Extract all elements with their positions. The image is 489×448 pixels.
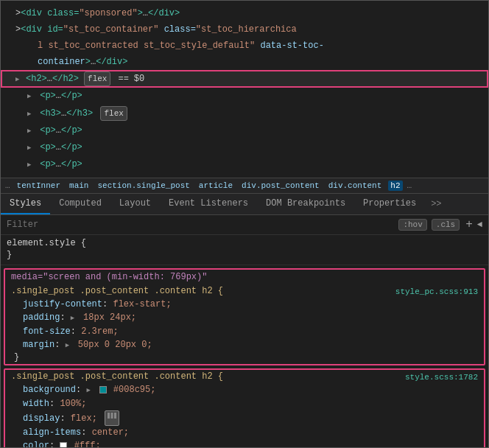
expand-margin-icon[interactable] <box>66 339 73 352</box>
dom-line: <h3>…</h3> flex <box>1 105 488 122</box>
tab-layout[interactable]: Layout <box>110 194 160 214</box>
dom-line: <p>…</p> <box>1 122 488 139</box>
styles-panel: element.style { } media="screen and (min… <box>1 235 488 447</box>
prop-display: display: flex; <box>11 410 478 426</box>
hov-button[interactable]: :hov <box>398 219 426 231</box>
breadcrumb-bar: … tentInner main section.single_post art… <box>1 178 488 194</box>
svg-rect-1 <box>111 413 113 419</box>
expand-bg-icon[interactable] <box>86 384 94 397</box>
breadcrumb-end-ellipsis: … <box>407 181 412 190</box>
dom-line: <p>…</p> <box>1 88 488 105</box>
tab-event-listeners[interactable]: Event Listeners <box>160 194 257 214</box>
h3-flex-badge: flex <box>100 106 127 121</box>
flex-layout-icon[interactable] <box>105 410 119 426</box>
expand-padding-icon[interactable] <box>71 312 78 325</box>
breadcrumb-item-tentinner[interactable]: tentInner <box>15 181 63 191</box>
svg-rect-2 <box>114 413 116 419</box>
breadcrumb-item-article[interactable]: article <box>197 181 235 191</box>
second-rule-source[interactable]: style.scss:1782 <box>405 373 478 382</box>
add-rule-button[interactable]: + <box>465 218 473 231</box>
element-style-close: } <box>7 250 482 260</box>
second-css-rule: .single_post .post_content .content h2 {… <box>4 368 485 447</box>
flex-badge: flex <box>84 71 110 86</box>
expand-arrow[interactable] <box>27 89 35 103</box>
media-rule-source[interactable]: style_pc.scss:913 <box>395 287 478 296</box>
tab-computed[interactable]: Computed <box>50 194 110 214</box>
dollar-variable: $0 <box>134 72 144 85</box>
cls-button[interactable]: .cls <box>432 219 460 231</box>
expand-arrow[interactable] <box>27 158 35 172</box>
element-style-selector: element.style { <box>7 238 482 248</box>
breadcrumb-item-post-content[interactable]: div.post_content <box>239 181 322 191</box>
second-rule-selector: .single_post .post_content .content h2 { <box>11 371 223 382</box>
media-rule-inner: .single_post .post_content .content h2 {… <box>5 284 484 364</box>
second-rule-inner: .single_post .post_content .content h2 {… <box>5 370 484 447</box>
dom-tree: ><div class="sponsored">…</div> ><div id… <box>1 1 488 178</box>
dom-line: <p>…</p> <box>1 156 488 173</box>
svg-rect-0 <box>108 413 110 419</box>
dom-line: ><div class="sponsored">…</div> <box>1 5 488 21</box>
filter-bar: :hov .cls + ◄ <box>1 215 488 235</box>
dom-h2-line[interactable]: <h2>…</h2> flex == $0 <box>1 70 488 88</box>
tab-properties[interactable]: Properties <box>354 194 425 214</box>
filter-input[interactable] <box>7 220 394 230</box>
second-selector-line: .single_post .post_content .content h2 {… <box>11 371 478 383</box>
rule-close-brace: } <box>11 352 478 363</box>
prop-padding: padding: 18px 24px; <box>11 311 478 325</box>
breadcrumb-item-section[interactable]: section.single_post <box>95 181 191 191</box>
prop-margin: margin: 50px 0 20px 0; <box>11 338 478 352</box>
dom-line: container>…</div> <box>1 54 488 70</box>
color-swatch-white[interactable] <box>60 442 67 447</box>
media-rule-selector: .single_post .post_content .content h2 { <box>11 286 223 296</box>
tabs-overflow[interactable]: >> <box>425 195 447 214</box>
tab-styles[interactable]: Styles <box>1 194 50 214</box>
prop-font-size: font-size: 2.3rem; <box>11 325 478 338</box>
expand-arrow[interactable] <box>15 72 23 86</box>
h2-tag: <h2>…</h2> <box>26 72 79 85</box>
expand-arrow[interactable] <box>27 107 35 121</box>
prop-justify-content: justify-content: flex-start; <box>11 298 478 311</box>
media-query-rule: media="screen and (min-width: 769px)" .s… <box>4 268 485 365</box>
breadcrumb-item-main[interactable]: main <box>67 181 91 191</box>
expand-arrow[interactable] <box>27 124 35 138</box>
media-query-selector: media="screen and (min-width: 769px)" <box>5 270 484 284</box>
prop-align-items: align-items: center; <box>11 426 478 439</box>
element-style-rule: element.style { } <box>1 235 488 265</box>
prop-width: width: 100%; <box>11 397 478 410</box>
dom-line: l st_toc_contracted st_toc_style_default… <box>1 38 488 54</box>
prop-background: background: #008c95; <box>11 383 478 397</box>
tabs-bar: Styles Computed Layout Event Listeners D… <box>1 194 488 215</box>
dom-line: ><div id="st_toc_container" class="st_to… <box>1 21 488 38</box>
breadcrumb-ellipsis: … <box>5 181 10 190</box>
breadcrumb-item-h2[interactable]: h2 <box>388 181 402 191</box>
devtools-panel: ><div class="sponsored">…</div> ><div id… <box>1 1 488 447</box>
dom-line: <p>…</p> <box>1 139 488 156</box>
prop-color: color: #fff; <box>11 439 478 447</box>
background-color-swatch[interactable] <box>99 386 107 393</box>
expand-arrow[interactable] <box>27 141 35 155</box>
equals-sign: == <box>118 72 128 85</box>
collapse-arrow-button[interactable]: ◄ <box>477 220 482 230</box>
tab-dom-breakpoints[interactable]: DOM Breakpoints <box>257 194 354 214</box>
breadcrumb-item-content[interactable]: div.content <box>326 181 384 191</box>
selector-line: .single_post .post_content .content h2 {… <box>11 286 478 298</box>
